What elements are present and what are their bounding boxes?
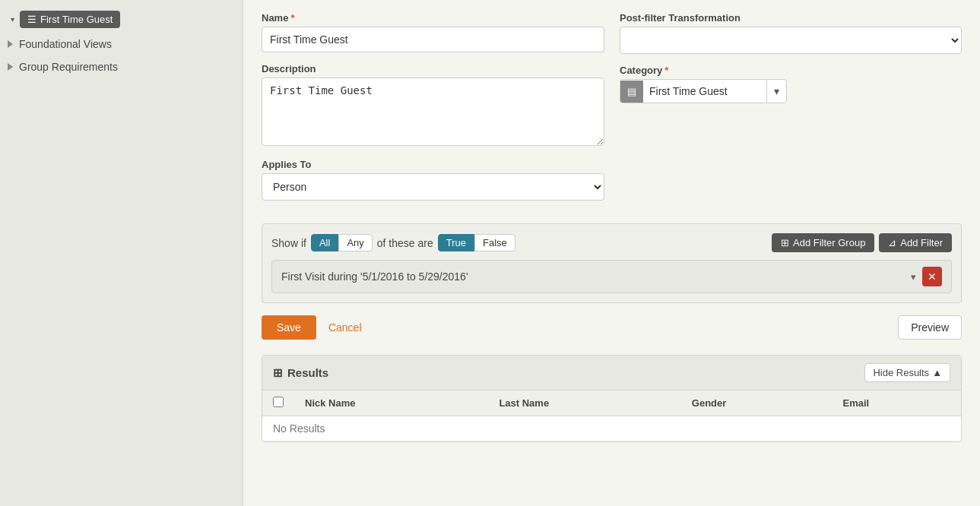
- show-if-label: Show if: [271, 237, 306, 249]
- applies-to-group: Applies To Person Group GroupMember: [262, 159, 604, 201]
- sidebar-item-first-time-guest[interactable]: ▾ ☰ First Time Guest: [0, 6, 243, 33]
- save-button[interactable]: Save: [262, 315, 316, 340]
- cancel-button[interactable]: Cancel: [325, 315, 365, 340]
- select-all-header: [262, 391, 294, 416]
- name-input[interactable]: [262, 27, 604, 52]
- action-left: Save Cancel: [262, 315, 365, 340]
- first-time-guest-button[interactable]: ☰ First Time Guest: [20, 11, 120, 28]
- filter-row: First Visit during '5/1/2016 to 5/29/201…: [271, 260, 952, 293]
- hide-results-button[interactable]: Hide Results ▲: [864, 363, 950, 382]
- chevron-up-icon: ▲: [932, 367, 942, 378]
- col-nickname: Nick Name: [294, 391, 488, 416]
- filter-row-text: First Visit during '5/1/2016 to 5/29/201…: [281, 270, 905, 283]
- post-filter-group: Post-filter Transformation: [620, 12, 962, 54]
- results-section: ⊞ Results Hide Results ▲ Nick Name Last …: [262, 355, 962, 442]
- required-star-category: *: [664, 65, 668, 76]
- main-content: Name * Description First Time Guest Appl…: [243, 0, 980, 506]
- funnel-icon: ⊿: [888, 237, 896, 248]
- filter-header: Show if All Any of these are True False …: [271, 233, 952, 252]
- description-input[interactable]: First Time Guest: [262, 77, 604, 146]
- chevron-right-icon: [8, 63, 13, 71]
- of-these-are-label: of these are: [377, 237, 433, 249]
- filter-header-left: Show if All Any of these are True False: [271, 234, 515, 251]
- true-false-toggle[interactable]: True False: [438, 234, 515, 251]
- any-button[interactable]: Any: [338, 234, 372, 251]
- col-lastname: Last Name: [488, 391, 680, 416]
- sidebar-item-foundational-views[interactable]: Foundational Views: [0, 33, 243, 55]
- all-button[interactable]: All: [311, 234, 338, 251]
- post-filter-label: Post-filter Transformation: [620, 12, 962, 24]
- filter-box: Show if All Any of these are True False …: [262, 223, 962, 303]
- results-table: Nick Name Last Name Gender Email No Resu…: [262, 391, 961, 441]
- col-email: Email: [833, 391, 961, 416]
- category-group: Category * ▤ First Time Guest ▾: [620, 65, 962, 103]
- sidebar-button-label: First Time Guest: [40, 14, 113, 25]
- description-label: Description: [262, 63, 604, 74]
- form-left-column: Name * Description First Time Guest Appl…: [262, 12, 604, 211]
- no-results-text: No Results: [262, 416, 961, 441]
- post-filter-select[interactable]: [620, 27, 962, 54]
- table-grid-icon: ⊞: [273, 366, 283, 380]
- form-right-column: Post-filter Transformation Category * ▤ …: [620, 12, 962, 211]
- select-all-checkbox[interactable]: [273, 397, 284, 407]
- true-button[interactable]: True: [438, 234, 474, 251]
- sidebar-item-group-requirements[interactable]: Group Requirements: [0, 55, 243, 78]
- form-top-section: Name * Description First Time Guest Appl…: [262, 12, 962, 211]
- category-selected-text: First Time Guest: [643, 80, 766, 103]
- preview-button[interactable]: Preview: [898, 315, 962, 340]
- filter-chevron-icon[interactable]: ▾: [911, 271, 916, 283]
- category-caret-icon[interactable]: ▾: [766, 80, 786, 103]
- required-star: *: [290, 12, 294, 24]
- all-any-toggle[interactable]: All Any: [311, 234, 373, 251]
- applies-to-select[interactable]: Person Group GroupMember: [262, 173, 604, 201]
- category-folder-icon: ▤: [620, 81, 643, 103]
- col-gender: Gender: [681, 391, 833, 416]
- filter-header-right: ⊞ Add Filter Group ⊿ Add Filter: [772, 233, 952, 252]
- false-button[interactable]: False: [474, 234, 515, 251]
- table-icon: ⊞: [781, 237, 789, 248]
- category-label: Category *: [620, 65, 962, 76]
- list-icon: ☰: [27, 14, 36, 25]
- chevron-right-icon: [8, 40, 13, 48]
- group-requirements-label: Group Requirements: [19, 61, 118, 73]
- hide-results-label: Hide Results: [873, 367, 929, 378]
- results-title: ⊞ Results: [273, 366, 328, 380]
- name-group: Name *: [262, 12, 604, 52]
- filter-delete-button[interactable]: ✕: [922, 267, 942, 286]
- chevron-down-icon: ▾: [8, 15, 17, 24]
- category-dropdown[interactable]: ▤ First Time Guest ▾: [620, 79, 787, 103]
- action-row: Save Cancel Preview: [262, 315, 962, 340]
- sidebar: ▾ ☰ First Time Guest Foundational Views …: [0, 0, 243, 506]
- name-label: Name *: [262, 12, 604, 24]
- add-filter-group-button[interactable]: ⊞ Add Filter Group: [772, 233, 874, 252]
- foundational-views-label: Foundational Views: [19, 38, 112, 50]
- applies-to-label: Applies To: [262, 159, 604, 170]
- no-results-row: No Results: [262, 416, 961, 441]
- description-group: Description First Time Guest: [262, 63, 604, 148]
- add-filter-button[interactable]: ⊿ Add Filter: [879, 233, 952, 252]
- results-header: ⊞ Results Hide Results ▲: [262, 356, 961, 391]
